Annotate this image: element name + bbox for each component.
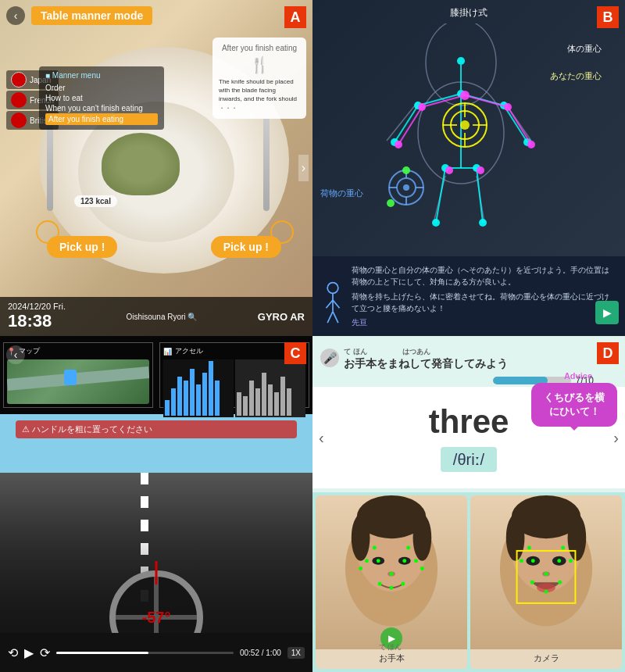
face-img-2 [470, 495, 622, 649]
menu-item-howtoeat[interactable]: How to eat [45, 93, 158, 103]
svg-point-82 [506, 515, 525, 561]
explain-popup-dots: ・・・ [219, 104, 300, 113]
svg-point-69 [365, 559, 369, 563]
map-thumbnail [7, 359, 149, 404]
kcal-badge: 123 kcal [74, 195, 117, 207]
person-icon [319, 281, 347, 328]
svg-point-68 [402, 559, 406, 563]
advice-bubble: くちびるを横にひいて！ [531, 383, 617, 427]
face-box-2: カメラ [470, 495, 622, 669]
pickup-right-button[interactable]: Pick up ! [211, 236, 281, 258]
face-section: ▶ て ほん お手本 [312, 492, 625, 672]
svg-line-17 [418, 94, 461, 105]
face-label-1: て ほん お手本 [379, 642, 405, 664]
svg-point-93 [530, 581, 534, 584]
saki-label: 先亘 [352, 317, 616, 328]
top-bar: ‹ Table manner mode [6, 6, 281, 25]
play-button-b[interactable]: ▶ [595, 301, 619, 324]
svg-point-78 [420, 567, 424, 570]
uk-flag [11, 113, 27, 128]
svg-point-76 [406, 546, 410, 550]
svg-point-75 [373, 546, 377, 550]
advice-label: Advice [564, 371, 592, 381]
car-icon [64, 370, 77, 385]
time-label: 18:38 [8, 311, 66, 331]
face-svg-2 [470, 495, 622, 649]
svg-point-6 [457, 57, 465, 65]
angle-display: -57° [142, 609, 171, 627]
svg-point-73 [390, 586, 394, 590]
fork-icon [47, 117, 53, 211]
word-next-button[interactable]: › [613, 429, 619, 447]
svg-point-32 [477, 166, 484, 174]
explain-popup-title: After you finish eating [219, 44, 300, 52]
skeleton-svg [328, 23, 609, 234]
svg-point-63 [413, 515, 432, 561]
pickup-left-button[interactable]: Pick up ! [47, 236, 117, 258]
svg-line-20 [504, 105, 527, 142]
explain-popup-text: The knife should be placed with the blad… [219, 77, 300, 104]
svg-line-55 [326, 300, 333, 308]
bottom-bar: 2024/12/20 Fri. 18:38 Oishisouna Ryori 🔍… [0, 297, 312, 336]
svg-line-36 [508, 107, 531, 145]
svg-point-51 [402, 166, 410, 174]
svg-point-67 [377, 559, 380, 563]
word-prev-button[interactable]: ‹ [319, 429, 324, 447]
svg-line-19 [395, 105, 418, 142]
panel-d-label: D [597, 342, 619, 364]
svg-point-97 [561, 546, 565, 550]
accel-icon: 📊 [163, 348, 172, 356]
svg-point-53 [327, 283, 338, 294]
svg-point-94 [545, 590, 548, 594]
svg-point-71 [390, 572, 394, 576]
panel-b: B 膝掛け式 [312, 0, 625, 336]
panel-c-label: C [284, 342, 306, 364]
map-road [7, 366, 149, 391]
info-box: 荷物の重心と自分の体の重心（へそのあたり）を近づけよう。手の位置は荷物の上と下に… [312, 256, 625, 336]
panel-b-top-label: 膝掛け式 [450, 6, 488, 20]
svg-point-74 [401, 582, 405, 586]
back-button-c[interactable]: ‹ [6, 345, 25, 364]
top-widgets: 📍 マップ 📊 アクセル [0, 336, 312, 414]
panel-d: D 🎤 て ほん はつあん お手本をまねして発音してみよう 7/10 ‹ thr… [312, 336, 625, 672]
panel-c: C ‹ 📍 マップ 📊 アクセル [0, 336, 312, 672]
svg-point-90 [520, 559, 523, 563]
svg-line-57 [327, 312, 333, 323]
svg-point-72 [378, 582, 382, 586]
warning-bar: ⚠ ハンドルを粗に置ってください [16, 420, 297, 438]
panel-b-label: B [597, 6, 619, 28]
explain-popup: After you finish eating 🍴 The knife shou… [212, 38, 306, 119]
face-svg-1 [316, 495, 467, 649]
menu-item-order[interactable]: Order [45, 83, 158, 93]
date-time-area: 2024/12/20 Fri. 18:38 [8, 302, 66, 331]
svg-point-46 [403, 184, 409, 191]
menu-item-cantfinish[interactable]: When you can't finish eating [45, 103, 158, 113]
face-label-2: カメラ [534, 652, 559, 664]
accel-chart-gray [235, 359, 305, 417]
restaurant-label: Oishisouna Ryori 🔍 [126, 313, 197, 321]
menu-item-afterfinish[interactable]: After you finish eating [45, 113, 158, 125]
svg-line-24 [436, 168, 445, 223]
svg-point-70 [414, 559, 418, 563]
svg-point-39 [460, 120, 470, 130]
manner-menu: ■ Manner menu Order How to eat When you … [39, 66, 164, 130]
forward-button[interactable]: ⟳ [40, 645, 50, 660]
back-button[interactable]: ‹ [6, 6, 25, 25]
play-pause-button[interactable]: ▶ [24, 645, 34, 660]
svg-line-56 [333, 300, 340, 308]
word-display: three [429, 403, 509, 441]
header-text-d: て ほん はつあん お手本をまねして発音してみよう [344, 344, 508, 371]
svg-point-91 [569, 559, 573, 563]
knife-icon [263, 117, 270, 211]
progress-bar[interactable] [56, 652, 234, 654]
warning-text: ⚠ ハンドルを粗に置ってください [22, 424, 152, 435]
info-texts: 荷物の重心と自分の体の重心（へそのあたり）を近づけよう。手の位置は荷物の上と下に… [352, 264, 616, 328]
speed-label: 1X [288, 647, 305, 659]
manner-menu-title: ■ Manner menu [45, 71, 158, 80]
svg-point-95 [558, 581, 562, 584]
rewind-button[interactable]: ⟲ [8, 645, 18, 660]
svg-point-62 [352, 515, 370, 561]
ruby-tebuku: て ほん はつあん [344, 348, 430, 356]
next-arrow[interactable]: › [298, 155, 309, 181]
date-label: 2024/12/20 Fri. [8, 302, 66, 311]
